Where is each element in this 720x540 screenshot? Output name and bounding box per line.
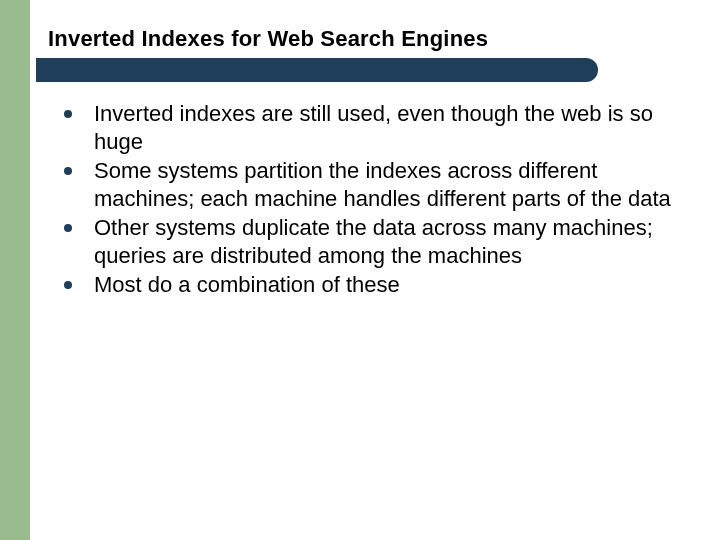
list-item: Most do a combination of these xyxy=(58,271,678,299)
title-underline-bar xyxy=(36,58,586,82)
content-area: Inverted indexes are still used, even th… xyxy=(58,100,678,301)
bullet-list: Inverted indexes are still used, even th… xyxy=(58,100,678,299)
list-item: Inverted indexes are still used, even th… xyxy=(58,100,678,155)
list-item: Some systems partition the indexes acros… xyxy=(58,157,678,212)
slide-title: Inverted Indexes for Web Search Engines xyxy=(48,26,488,52)
list-item: Other systems duplicate the data across … xyxy=(58,214,678,269)
slide: Inverted Indexes for Web Search Engines … xyxy=(0,0,720,540)
title-bar-cap xyxy=(574,58,598,82)
sidebar-accent xyxy=(0,0,30,540)
